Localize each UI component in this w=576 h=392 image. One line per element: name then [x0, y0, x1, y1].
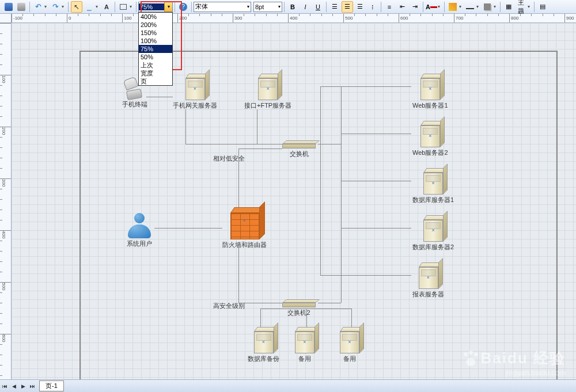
connector[interactable]: [238, 248, 239, 303]
shape-label: 手机终端: [122, 100, 147, 109]
zoom-dropdown-list: 400%200%150%100%75%50%上次宽度页: [138, 12, 173, 86]
align-right-button[interactable]: ☰: [354, 1, 366, 13]
shape-web-server-1[interactable]: × Web服务器1: [412, 74, 448, 110]
shape-label: 系统用户: [127, 239, 152, 248]
zoom-option[interactable]: 75%: [139, 45, 172, 53]
zoom-option[interactable]: 100%: [139, 37, 172, 45]
theme-button[interactable]: 主题: [516, 1, 527, 13]
shape-firewall-router[interactable]: × 防火墙和路由器: [222, 207, 267, 249]
page-boundary: 手机终端 × 手机网关服务器 × 接口+FTP服务器 交换机 × Web服务器1…: [79, 51, 558, 379]
shape-label: 接口+FTP服务器: [244, 101, 291, 110]
connector[interactable]: [341, 181, 411, 181]
pointer-tool-button[interactable]: ↖: [71, 1, 82, 13]
connector[interactable]: [318, 303, 341, 303]
connector[interactable]: [320, 86, 411, 87]
shape-web-server-2[interactable]: × Web服务器2: [412, 121, 448, 157]
annotation-high-security[interactable]: 高安全级别: [213, 302, 245, 310]
connector[interactable]: [351, 309, 352, 327]
zoom-dropdown-arrow[interactable]: ▾: [164, 2, 172, 12]
shape-system-user[interactable]: 系统用户: [127, 213, 152, 248]
fill-color-button[interactable]: [447, 1, 458, 13]
main-toolbar: ↶▾ ↷▾ ↖ ⎯▾ A ▾ ▾ 400%200%150%100%75%50%上…: [0, 0, 576, 14]
font-family-select[interactable]: 宋体▾: [194, 2, 251, 12]
layers-button[interactable]: ▦: [503, 1, 514, 13]
zoom-option[interactable]: 150%: [139, 29, 172, 37]
shape-spare-1[interactable]: × 备用: [295, 327, 314, 363]
shape-gateway-server[interactable]: × 手机网关服务器: [173, 74, 217, 110]
ruler-corner: [0, 14, 12, 23]
save-button[interactable]: [3, 1, 14, 13]
redo-dropdown[interactable]: ▾: [62, 4, 66, 9]
drawing-canvas[interactable]: 手机终端 × 手机网关服务器 × 接口+FTP服务器 交换机 × Web服务器1…: [12, 23, 576, 379]
nav-first-button[interactable]: ⏮: [0, 382, 9, 391]
shape-label: 防火墙和路由器: [222, 241, 267, 249]
font-color-button[interactable]: A: [426, 1, 437, 13]
shape-label: 交换机2: [282, 309, 316, 317]
italic-button[interactable]: I: [300, 1, 311, 13]
zoom-option[interactable]: 200%: [139, 21, 172, 29]
rectangle-tool-button[interactable]: [118, 1, 129, 13]
nav-next-button[interactable]: ▶: [18, 382, 28, 391]
connector[interactable]: [320, 86, 321, 275]
connector[interactable]: [185, 144, 282, 144]
underline-button[interactable]: U: [312, 1, 324, 13]
shape-phone-terminal[interactable]: 手机终端: [122, 83, 147, 109]
shape-switch-1[interactable]: 交换机: [282, 140, 316, 158]
shape-switch-2[interactable]: 交换机2: [282, 299, 316, 317]
indent-increase-button[interactable]: ⇥: [409, 1, 420, 13]
shadow-button[interactable]: [482, 1, 493, 13]
bold-button[interactable]: B: [287, 1, 298, 13]
connector[interactable]: [146, 97, 173, 97]
page-tab-bar: ⏮ ◀ ▶ ⏭ 页-1: [0, 379, 576, 392]
connector[interactable]: [238, 303, 282, 303]
undo-dropdown[interactable]: ▾: [44, 4, 49, 9]
indent-decrease-button[interactable]: ⇤: [396, 1, 408, 13]
font-size-select[interactable]: 8pt▾: [253, 2, 282, 12]
connector[interactable]: [257, 109, 257, 144]
shape-spare-2[interactable]: × 备用: [340, 327, 359, 363]
nav-last-button[interactable]: ⏭: [28, 382, 37, 391]
zoom-option[interactable]: 上次: [139, 61, 172, 69]
shape-ftp-server[interactable]: × 接口+FTP服务器: [244, 74, 291, 110]
redo-button[interactable]: ↷: [50, 1, 61, 13]
horizontal-ruler[interactable]: -1000100200300400500600700800900: [12, 14, 576, 23]
page-tab-1[interactable]: 页-1: [39, 380, 64, 391]
help-button[interactable]: ?: [177, 1, 189, 13]
align-left-button[interactable]: ☰: [329, 1, 340, 13]
nav-prev-button[interactable]: ◀: [9, 382, 18, 391]
zoom-option[interactable]: 400%: [139, 13, 172, 21]
insert-button[interactable]: ▤: [537, 1, 548, 13]
print-button[interactable]: [16, 1, 27, 13]
connector[interactable]: [320, 275, 411, 276]
bullets-button[interactable]: ≡: [384, 1, 395, 13]
shape-report-server[interactable]: × 报表服务器: [412, 262, 444, 299]
zoom-option[interactable]: 50%: [139, 53, 172, 61]
zoom-input[interactable]: [139, 3, 164, 10]
connector[interactable]: [185, 109, 186, 144]
zoom-combo[interactable]: ▾ 400%200%150%100%75%50%上次宽度页: [138, 2, 173, 12]
shape-db-server-1[interactable]: × 数据库服务器1: [412, 168, 454, 204]
connector[interactable]: [238, 149, 282, 149]
align-center-button[interactable]: ☰: [342, 1, 353, 13]
connector-tool-button[interactable]: ⎯: [84, 1, 95, 13]
zoom-option[interactable]: 宽度: [139, 69, 172, 77]
align-distribute-button[interactable]: ⫶: [367, 1, 378, 13]
line-color-button[interactable]: [464, 1, 476, 13]
shape-label: 备用: [295, 355, 314, 363]
shape-db-server-2[interactable]: × 数据库服务器2: [412, 215, 454, 252]
connector[interactable]: [154, 228, 222, 229]
connector[interactable]: [341, 228, 411, 229]
shape-label: Web服务器1: [412, 101, 448, 110]
shape-label: 手机网关服务器: [173, 101, 217, 110]
annotation-low-security[interactable]: 相对低安全: [213, 154, 245, 163]
connector[interactable]: [341, 275, 342, 303]
zoom-option[interactable]: 页: [139, 77, 172, 85]
vertical-ruler[interactable]: 100200300400500600700: [0, 23, 12, 379]
undo-button[interactable]: ↶: [32, 1, 44, 13]
connector[interactable]: [318, 144, 341, 144]
shape-db-backup[interactable]: × 数据库备份: [248, 327, 279, 363]
connector[interactable]: [260, 309, 261, 327]
text-tool-button[interactable]: A: [101, 1, 112, 13]
shape-label: 报表服务器: [412, 290, 444, 299]
connector[interactable]: [341, 134, 411, 134]
